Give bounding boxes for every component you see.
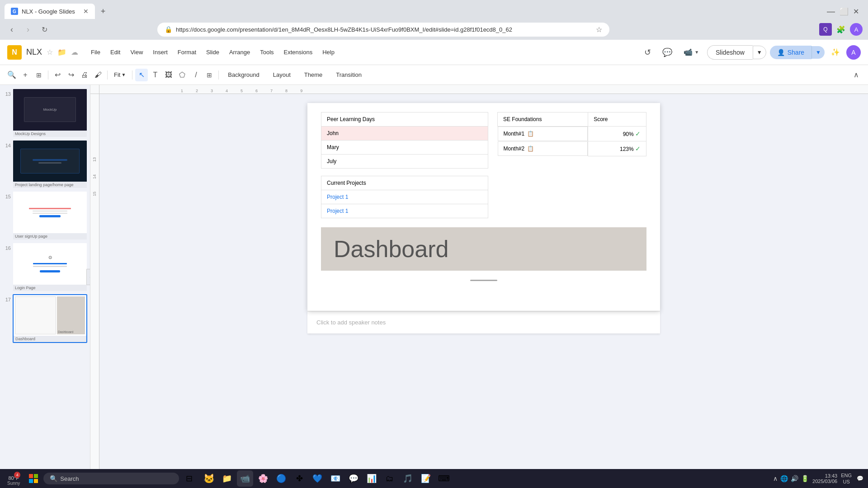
menu-help[interactable]: Help bbox=[318, 46, 339, 58]
cloud-icon[interactable]: ☁ bbox=[71, 48, 78, 56]
print-button[interactable]: 🖨 bbox=[78, 69, 91, 81]
reload-button[interactable]: ↻ bbox=[38, 23, 51, 36]
notification-button[interactable]: 💬 bbox=[855, 474, 864, 483]
share-dropdown-button[interactable]: ▼ bbox=[811, 46, 825, 59]
slide-thumb-15[interactable]: User signUp page bbox=[13, 191, 87, 240]
slide-item-16[interactable]: 16 ⊙ Login Page bbox=[3, 243, 87, 291]
menu-edit[interactable]: Edit bbox=[106, 46, 125, 58]
start-button[interactable] bbox=[25, 470, 42, 487]
menu-extensions[interactable]: Extensions bbox=[279, 46, 317, 58]
shape-tool-button[interactable]: ⬠ bbox=[176, 69, 189, 81]
taskbar-icon-explorer[interactable]: 📁 bbox=[219, 470, 235, 487]
menu-insert[interactable]: Insert bbox=[148, 46, 172, 58]
menu-bar: File Edit View Insert Format Slide Arran… bbox=[86, 46, 339, 58]
connector-tool-button[interactable]: ⊞ bbox=[203, 69, 216, 81]
line-tool-button[interactable]: / bbox=[189, 69, 202, 81]
peer-learning-header: Peer Learning Days bbox=[321, 113, 488, 127]
minimize-button[interactable]: — bbox=[827, 7, 835, 16]
undo-button[interactable]: ↩ bbox=[51, 69, 64, 81]
slide-canvas-scroll[interactable]: Peer Learning Days John Mary bbox=[99, 94, 868, 469]
user-avatar[interactable]: A bbox=[846, 45, 861, 60]
slide-thumb-14[interactable]: Project landing page/home page bbox=[13, 140, 87, 189]
chevron-up-icon[interactable]: ∧ bbox=[773, 475, 778, 482]
menu-format[interactable]: Format bbox=[173, 46, 201, 58]
taskbar-icon-spotify[interactable]: 🎵 bbox=[400, 470, 416, 487]
slide-thumb-17[interactable]: Dashboard Dashboard bbox=[13, 294, 87, 343]
grid-view-button[interactable]: ⊞ bbox=[33, 69, 45, 81]
weather-widget[interactable]: 4 80°F Sunny bbox=[4, 472, 24, 486]
back-button[interactable]: ‹ bbox=[5, 23, 18, 36]
paint-format-button[interactable]: 🖌 bbox=[92, 69, 104, 81]
meet-button[interactable]: 📹 ▼ bbox=[679, 45, 703, 59]
slideshow-button[interactable]: Slideshow bbox=[707, 45, 753, 60]
theme-button[interactable]: Theme bbox=[298, 69, 329, 81]
taskbar-icon-app2[interactable]: ✤ bbox=[291, 470, 307, 487]
taskbar-icon-video[interactable]: 📹 bbox=[237, 470, 253, 487]
taskbar-icon-files[interactable]: 🗂 bbox=[382, 470, 398, 487]
browser-tab[interactable]: G NLX - Google Slides ✕ bbox=[5, 4, 95, 19]
slideshow-dropdown-button[interactable]: ▼ bbox=[753, 46, 766, 59]
zoom-level-button[interactable]: Fit ▼ bbox=[110, 70, 129, 80]
search-tool-button[interactable]: 🔍 bbox=[5, 69, 18, 81]
taskbar-icon-discord[interactable]: 💬 bbox=[345, 470, 362, 487]
extension-icon-1[interactable]: Q bbox=[819, 23, 832, 36]
profile-avatar[interactable]: A bbox=[850, 23, 863, 36]
slide-label-17: Dashboard bbox=[14, 336, 86, 342]
image-tool-button[interactable]: 🖼 bbox=[162, 69, 175, 81]
menu-file[interactable]: File bbox=[86, 46, 105, 58]
background-button[interactable]: Background bbox=[222, 69, 265, 81]
close-button[interactable]: ✕ bbox=[853, 7, 859, 16]
locale-display[interactable]: ENG US bbox=[841, 472, 852, 485]
address-bar[interactable]: 🔒 https://docs.google.com/presentation/d… bbox=[157, 23, 609, 37]
taskbar-icon-vscode[interactable]: 💙 bbox=[309, 470, 326, 487]
forward-button[interactable]: › bbox=[22, 23, 34, 36]
datetime-display[interactable]: 13:43 2025/03/06 bbox=[812, 473, 837, 484]
menu-slide[interactable]: Slide bbox=[202, 46, 224, 58]
slide-item-14[interactable]: 14 Project landing page/home page bbox=[3, 140, 87, 189]
project-1-link[interactable]: Project 1 bbox=[327, 194, 348, 200]
share-button[interactable]: 👤 Share bbox=[770, 46, 811, 59]
battery-icon[interactable]: 🔋 bbox=[801, 475, 809, 482]
slide-thumb-16[interactable]: ⊙ Login Page bbox=[13, 243, 87, 291]
taskbar-icon-notes[interactable]: 📝 bbox=[418, 470, 434, 487]
menu-arrange[interactable]: Arrange bbox=[225, 46, 255, 58]
taskbar-icon-chrome[interactable]: 🔵 bbox=[273, 470, 289, 487]
zoom-in-button[interactable]: + bbox=[19, 69, 32, 81]
layout-button[interactable]: Layout bbox=[267, 69, 297, 81]
tab-close-icon[interactable]: ✕ bbox=[83, 8, 89, 15]
slide-thumb-13[interactable]: MockUp MockUp Designs bbox=[13, 89, 87, 137]
menu-view[interactable]: View bbox=[126, 46, 147, 58]
project-2-link[interactable]: Project 1 bbox=[327, 208, 348, 214]
cursor-tool-button[interactable]: ↖ bbox=[135, 69, 148, 81]
extensions-button[interactable]: 🧩 bbox=[835, 23, 847, 36]
taskbar-icon-app3[interactable]: 📊 bbox=[363, 470, 380, 487]
menu-tools[interactable]: Tools bbox=[255, 46, 278, 58]
taskbar-icon-terminal[interactable]: ⌨ bbox=[436, 470, 452, 487]
comment-button[interactable]: 💬 bbox=[659, 44, 675, 61]
slide-canvas[interactable]: Peer Learning Days John Mary bbox=[307, 103, 660, 311]
taskbar-icon-app1[interactable]: 🌸 bbox=[255, 470, 271, 487]
transition-button[interactable]: Transition bbox=[330, 69, 368, 81]
folder-icon[interactable]: 📁 bbox=[57, 48, 66, 56]
slide-item-15[interactable]: 15 User signUp page bbox=[3, 191, 87, 240]
sidebar-toggle-button[interactable]: ‹ bbox=[86, 269, 90, 285]
magic-icon[interactable]: ✨ bbox=[828, 45, 843, 60]
taskbar-icon-cat[interactable]: 🐱 bbox=[201, 470, 217, 487]
slide-item-13[interactable]: 13 MockUp MockUp Designs bbox=[3, 89, 87, 137]
network-icon[interactable]: 🌐 bbox=[780, 475, 788, 482]
history-button[interactable]: ↺ bbox=[639, 44, 656, 61]
maximize-button[interactable]: ⬜ bbox=[840, 7, 849, 16]
redo-button[interactable]: ↪ bbox=[65, 69, 77, 81]
speaker-notes[interactable]: Click to add speaker notes bbox=[307, 311, 660, 333]
text-tool-button[interactable]: T bbox=[149, 69, 161, 81]
star-icon[interactable]: ☆ bbox=[47, 48, 53, 56]
bookmark-icon[interactable]: ☆ bbox=[596, 25, 602, 34]
system-tray-icons[interactable]: ∧ 🌐 🔊 🔋 bbox=[773, 475, 809, 482]
slide-item-17[interactable]: 17 Dashboard Dashboard bbox=[3, 294, 87, 343]
sound-icon[interactable]: 🔊 bbox=[791, 475, 798, 482]
collapse-toolbar-button[interactable]: ∧ bbox=[850, 69, 863, 81]
taskbar-search[interactable]: 🔍 Search bbox=[43, 473, 179, 484]
new-tab-button[interactable]: + bbox=[97, 5, 109, 18]
task-view-button[interactable]: ⊟ bbox=[181, 470, 197, 487]
taskbar-icon-outlook[interactable]: 📧 bbox=[327, 470, 344, 487]
